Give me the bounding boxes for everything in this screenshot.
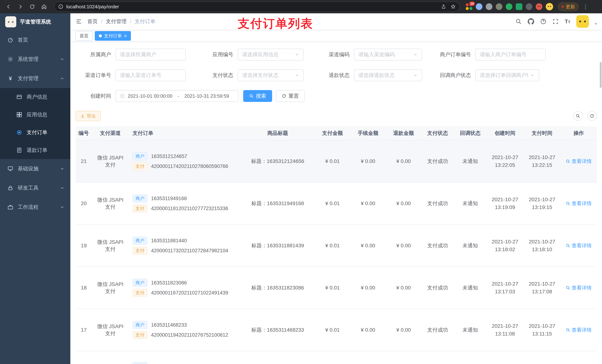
- table-row[interactable]: 21 微信 JSAPI 支付 商户1635312124657 支付4200001…: [75, 140, 597, 182]
- browser-update-button[interactable]: 更新: [558, 2, 579, 11]
- sidebar-item-label: 工作流程: [18, 204, 39, 211]
- table-row[interactable]: 20 微信 JSAPI 支付 商户1635311949168 支付4200001…: [75, 182, 597, 225]
- gear-icon: [7, 56, 13, 62]
- site-info-icon[interactable]: [58, 4, 63, 9]
- search-icon[interactable]: [515, 18, 522, 25]
- refresh-table-icon[interactable]: [587, 111, 597, 121]
- sidebar-item-workflow[interactable]: 工作流程: [0, 198, 70, 217]
- breadcrumb-item[interactable]: 支付管理: [106, 18, 127, 25]
- date-start[interactable]: 2021-10-01 00:00:00: [128, 93, 172, 99]
- sidebar-item-merchant-info[interactable]: 商户信息: [0, 88, 70, 106]
- extension-icon[interactable]: [486, 3, 492, 10]
- sidebar-item-refund-order[interactable]: 退款订单: [0, 141, 70, 159]
- browser-menu-icon[interactable]: ⋮: [581, 3, 590, 10]
- export-button[interactable]: 导出: [75, 111, 101, 121]
- forward-icon[interactable]: [16, 2, 25, 11]
- close-icon[interactable]: ×: [124, 33, 127, 38]
- sidebar-item-app-info[interactable]: 应用信息: [0, 106, 70, 124]
- create-time-range-picker[interactable]: 2021-10-01 00:00:00 - 2021-10-31 23:59:5…: [116, 90, 238, 102]
- col-fee-amount: 手续金额: [350, 126, 386, 140]
- tab-pay-order[interactable]: 支付订单 ×: [95, 31, 131, 41]
- scrollbar-thumb[interactable]: [600, 62, 602, 88]
- app-logo[interactable]: 芋道管理系统: [0, 13, 70, 30]
- table-row[interactable]: 18 微信 JSAPI 支付 商户1635311823086 支付4200001…: [75, 267, 597, 309]
- app-no-select[interactable]: 请选择应用信息: [238, 49, 304, 61]
- tab-home[interactable]: 首页: [75, 31, 93, 41]
- sidebar-item-home[interactable]: 首页: [0, 30, 70, 50]
- table-row[interactable]: 17 微信 JSAPI 支付 商户1635311468233 支付4200001…: [75, 309, 597, 351]
- help-icon[interactable]: [540, 18, 547, 25]
- page-content: 所属商户 应用编号 请选择应用信息 渠道编码 请输入渠道编码: [70, 42, 602, 364]
- search-button[interactable]: 搜索: [243, 90, 272, 102]
- menu-fold-icon[interactable]: [75, 18, 82, 25]
- cell-pay-status: 支付成功: [421, 140, 454, 182]
- back-icon[interactable]: [4, 2, 13, 11]
- channel-order-no-input[interactable]: [116, 69, 186, 81]
- sidebar-item-pay-order[interactable]: 支付订单: [0, 124, 70, 141]
- active-dot: [99, 34, 102, 37]
- chevron-down-icon: [413, 73, 418, 77]
- cell-order: 商户1635311468233 支付4200001194202110276752…: [129, 309, 241, 351]
- extension-icon[interactable]: [506, 3, 512, 10]
- address-bar[interactable]: localhost:1024/pay/order: [54, 1, 460, 12]
- share-icon[interactable]: [441, 4, 446, 9]
- table-row[interactable]: 19 微信 JSAPI 支付 商户1635311881440 支付4200001…: [75, 225, 597, 267]
- cell-notify-status: 未通知: [454, 182, 486, 225]
- extension-icon[interactable]: [496, 3, 502, 10]
- view-detail-link[interactable]: 查看详情: [566, 327, 592, 333]
- view-detail-link[interactable]: 查看详情: [566, 242, 592, 249]
- extension-icon[interactable]: [516, 3, 522, 10]
- sidebar-item-system[interactable]: 系统管理: [0, 50, 70, 69]
- cell-fee-amount: ¥ 0.00: [350, 309, 386, 351]
- magnifier-icon: [566, 159, 570, 164]
- bookmark-star-icon[interactable]: [451, 4, 456, 9]
- pinned-extension-icon[interactable]: [526, 3, 532, 10]
- github-icon[interactable]: [527, 18, 534, 25]
- cell-refund-amount: ¥ 0.00: [386, 309, 421, 351]
- cell-pay-status: 支付成功: [421, 225, 454, 267]
- owner-input-field[interactable]: [120, 52, 182, 58]
- owner-input[interactable]: [116, 49, 186, 61]
- reset-button[interactable]: 重置: [276, 90, 305, 102]
- sidebar-item-devtools[interactable]: 研发工具: [0, 178, 70, 198]
- sidebar-item-pay[interactable]: ¥ 支付管理: [0, 69, 70, 88]
- merchant-order-no-field[interactable]: [480, 52, 541, 58]
- channel-order-no-field[interactable]: [120, 72, 182, 78]
- magnifier-icon: [566, 286, 570, 290]
- pay-status-select[interactable]: 请选择支付状态: [238, 69, 304, 81]
- caret-down-icon[interactable]: ▾: [595, 21, 597, 26]
- home-icon[interactable]: [39, 2, 49, 11]
- extension-dots-icon[interactable]: 10: [466, 3, 473, 10]
- notify-status-select[interactable]: 请选择订单回调商户状态: [475, 69, 539, 81]
- cell-notify-status: 未通知: [454, 225, 486, 267]
- sidebar-item-infra[interactable]: 基础设施: [0, 159, 70, 178]
- view-detail-link[interactable]: 查看详情: [566, 158, 592, 165]
- merchant-badge: 商户: [133, 194, 147, 203]
- toggle-search-icon[interactable]: [573, 111, 583, 121]
- view-detail-link[interactable]: 查看详情: [566, 284, 592, 291]
- cell-id: [75, 351, 91, 364]
- browser-profile-avatar[interactable]: [546, 3, 553, 10]
- channel-code-select[interactable]: 请输入渠道编码: [354, 49, 422, 61]
- chevron-down-icon: [60, 205, 64, 209]
- cell-title: 标题：1635311823086: [241, 267, 315, 309]
- refund-status-select[interactable]: 请选择退款状态: [354, 69, 422, 81]
- sidebar: 芋道管理系统 首页 系统管理 ¥ 支付管理 商户信息 应用信息: [0, 13, 70, 364]
- view-detail-link[interactable]: 查看详情: [566, 200, 592, 207]
- export-button-label: 导出: [87, 113, 96, 119]
- cell-pay-amount: ¥ 0.01: [315, 267, 350, 309]
- font-size-icon[interactable]: TT: [565, 19, 570, 24]
- merchant-order-no-input[interactable]: [475, 49, 546, 61]
- user-avatar[interactable]: [576, 15, 589, 28]
- extension-icon[interactable]: [536, 3, 542, 10]
- merchant-badge: 商户: [133, 362, 147, 364]
- fullscreen-icon[interactable]: [552, 18, 559, 25]
- table-row[interactable]: 商户16353115786: [75, 351, 597, 364]
- chevron-down-icon: [530, 73, 535, 77]
- refresh-icon[interactable]: [27, 2, 37, 11]
- breadcrumb-item[interactable]: 首页: [87, 18, 98, 25]
- url-text[interactable]: localhost:1024/pay/order: [66, 4, 438, 10]
- date-end[interactable]: 2021-10-31 23:59:59: [184, 93, 229, 99]
- extension-icon[interactable]: [476, 3, 483, 10]
- cell-id: 17: [75, 309, 91, 351]
